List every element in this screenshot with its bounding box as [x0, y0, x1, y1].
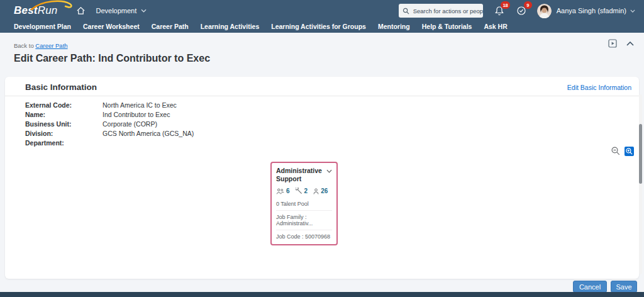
card-job-family: Job Family : Administrativ... [276, 210, 332, 230]
module-menu-label: Development [96, 7, 136, 14]
chevron-down-icon [630, 9, 635, 13]
card-stats-row: 6 2 26 [276, 188, 332, 194]
stat-incumbents: 6 [276, 188, 290, 194]
bottom-bar [0, 292, 644, 297]
panel-header: Basic Information Edit Basic Information [5, 77, 639, 96]
page-actions [608, 39, 634, 48]
tab-mentoring[interactable]: Mentoring [378, 23, 410, 30]
module-menu-development[interactable]: Development [96, 7, 147, 14]
person-icon [313, 188, 319, 194]
field-value: Corporate (CORP) [103, 120, 157, 128]
tab-development-plan[interactable]: Development Plan [14, 23, 71, 30]
tab-career-worksheet[interactable]: Career Worksheet [83, 23, 140, 30]
field-label: External Code: [25, 101, 103, 109]
chevron-down-icon[interactable] [326, 169, 332, 173]
scrollbar-track [639, 94, 642, 274]
zoom-out-icon[interactable] [611, 146, 621, 156]
search-input[interactable] [409, 8, 483, 14]
tab-career-path[interactable]: Career Path [152, 23, 189, 30]
tab-ask-hr[interactable]: Ask HR [484, 23, 507, 30]
home-icon[interactable] [76, 6, 86, 15]
field-value: GCS North America (GCS_NA) [103, 130, 194, 137]
tab-learning-activities-groups[interactable]: Learning Activities for Groups [271, 23, 366, 30]
career-path-node-card[interactable]: Administrative Support 6 2 [270, 162, 338, 245]
stat-skills: 2 [296, 188, 308, 194]
scrollbar-thumb[interactable] [639, 124, 642, 184]
notifications-button[interactable]: 18 [494, 5, 505, 16]
card-header: Administrative Support [276, 167, 332, 183]
basic-info-fields: External Code: North America IC to Exec … [5, 96, 639, 147]
notifications-badge: 18 [501, 1, 509, 9]
todo-button[interactable]: 9 [516, 5, 527, 16]
avatar[interactable] [537, 4, 552, 18]
top-header-bar: BestRun Development [0, 0, 644, 21]
app-window: BestRun Development [0, 0, 644, 297]
wrench-icon [296, 188, 303, 194]
footer-actions: Cancel Save [573, 281, 637, 293]
module-nav-bar: Development Plan Career Worksheet Career… [0, 21, 644, 33]
field-row-name: Name: Ind Contributor to Exec [25, 109, 639, 119]
breadcrumb-prefix: Back to [14, 42, 34, 49]
logo-text-bold: Best [14, 4, 38, 16]
user-name-label: Aanya Singh (sfadmin) [557, 7, 626, 14]
stat-people: 26 [313, 188, 328, 194]
chevron-down-icon [141, 9, 147, 13]
bestrun-logo: BestRun [14, 4, 57, 17]
save-button[interactable]: Save [611, 281, 637, 293]
page-title: Edit Career Path: Ind Contributor to Exe… [14, 53, 210, 64]
field-label: Department: [25, 139, 103, 147]
todo-badge: 9 [524, 1, 532, 9]
stat-value: 26 [321, 188, 328, 194]
card-job-code: Job Code : 50070968 [276, 230, 332, 243]
collapse-chevron-up-icon[interactable] [626, 42, 634, 46]
field-row-business-unit: Business Unit: Corporate (CORP) [25, 119, 639, 128]
search-icon [399, 8, 409, 14]
field-row-external-code: External Code: North America IC to Exec [25, 100, 639, 109]
edit-basic-information-link[interactable]: Edit Basic Information [567, 84, 631, 91]
logo-text-light: Run [38, 4, 58, 16]
breadcrumb-link-career-path[interactable]: Career Path [35, 42, 67, 49]
field-label: Division: [25, 130, 103, 137]
tab-help-tutorials[interactable]: Help & Tutorials [422, 23, 472, 30]
field-label: Name: [25, 111, 103, 118]
card-talent-pool: 0 Talent Pool [276, 198, 332, 210]
panel-title: Basic Information [25, 82, 97, 92]
user-menu[interactable]: Aanya Singh (sfadmin) [557, 7, 635, 14]
field-value: Ind Contributor to Exec [103, 111, 170, 118]
zoom-in-icon[interactable] [625, 147, 634, 156]
global-search [399, 4, 483, 18]
field-row-division: Division: GCS North America (GCS_NA) [25, 128, 639, 138]
field-row-department: Department: [25, 138, 639, 147]
breadcrumb: Back to Career Path [14, 42, 68, 49]
org-people-icon [276, 188, 284, 194]
canvas-zoom-controls [611, 146, 634, 156]
card-title: Administrative Support [276, 167, 326, 183]
field-label: Business Unit: [25, 120, 103, 128]
stat-value: 2 [304, 188, 308, 194]
tab-learning-activities[interactable]: Learning Activities [201, 23, 260, 30]
stat-value: 6 [286, 188, 290, 194]
field-value: North America IC to Exec [103, 101, 177, 109]
cancel-button[interactable]: Cancel [573, 281, 607, 293]
media-play-icon[interactable] [608, 39, 617, 48]
